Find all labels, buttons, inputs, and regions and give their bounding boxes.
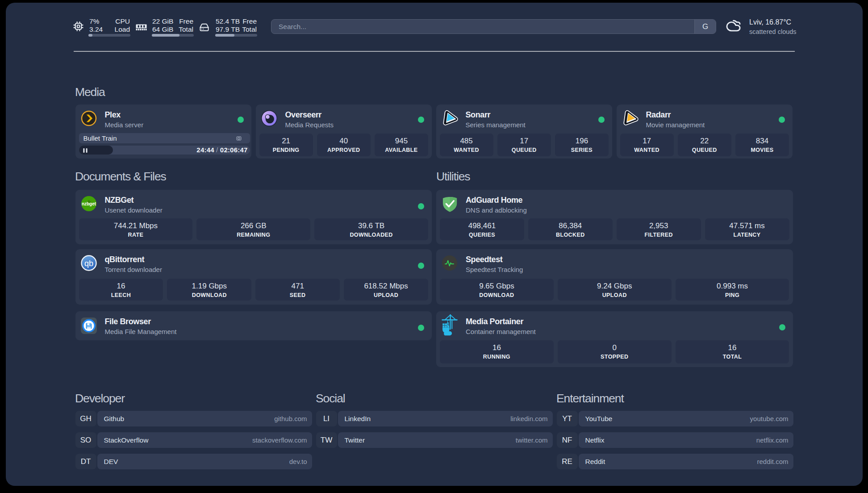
svg-text:qb: qb — [84, 259, 93, 268]
svg-text:nzbget: nzbget — [81, 201, 96, 206]
